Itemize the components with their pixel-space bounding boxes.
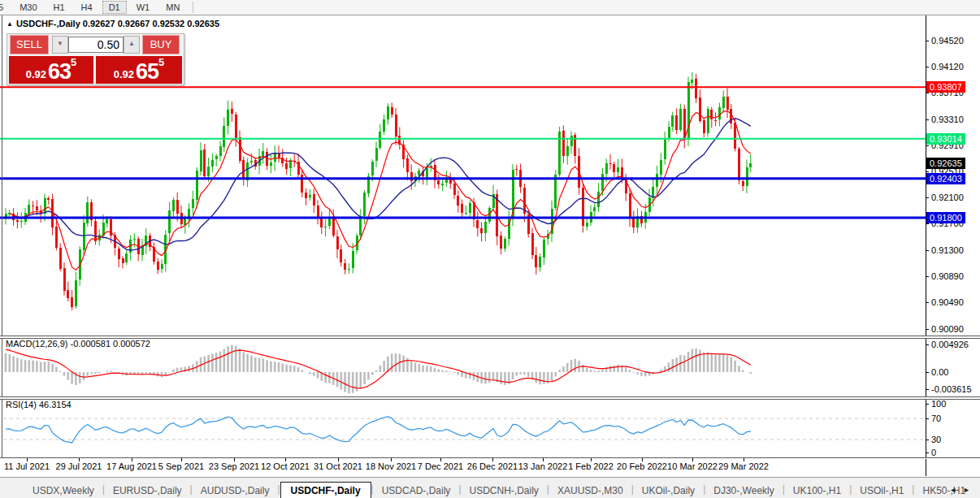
candle-body (726, 97, 729, 110)
candle-body (410, 172, 413, 181)
candle-body (539, 257, 541, 266)
timeframe-m30[interactable]: M30 (13, 1, 43, 14)
buy-price-display[interactable]: 0.92 65 5 (96, 56, 182, 84)
candle-body (309, 195, 311, 197)
candle-body (122, 258, 124, 262)
macd-tick-0.004926: 0.004926 (931, 340, 969, 349)
volume-increase-button[interactable]: ▲ (124, 36, 140, 54)
candle-body (118, 249, 120, 259)
candle-body (86, 202, 89, 223)
date-label: 10 Mar 2022 (667, 461, 718, 471)
mt-terminal: 5M30H1H4D1W1MN ▲USDCHF-,Daily 0.92627 0.… (0, 0, 980, 498)
candle-body (71, 297, 73, 307)
candle-body (125, 253, 128, 263)
chart-tab-strip: USDX,Weekly|EURUSD-,Daily|AUDUSD-,Daily|… (24, 481, 973, 498)
candle-body (714, 120, 717, 121)
candle-body (320, 219, 323, 227)
panel-splitter-rsi[interactable] (0, 396, 980, 400)
candle-body (426, 168, 428, 177)
candle-body (586, 223, 588, 226)
chart-tab-audusd-daily[interactable]: AUDUSD-,Daily (193, 483, 278, 498)
price-tick-0.90490: 0.90490 (931, 297, 964, 307)
axis-tick-mark (926, 67, 929, 67)
candle-body (215, 156, 218, 159)
candle-body (609, 163, 612, 165)
candle-body (28, 205, 30, 214)
timeframe-5[interactable]: 5 (0, 1, 10, 14)
chart-tab-xauusd-m30[interactable]: XAUUSD-,M30 (549, 483, 631, 498)
chart-left-border (2, 15, 2, 476)
tab-scroll-right-icon[interactable]: ► (963, 486, 977, 494)
candle-body (699, 97, 701, 121)
axis-tick-mark (926, 329, 929, 330)
candle-body (746, 167, 748, 186)
candle-body (656, 174, 658, 187)
candle-body (457, 196, 459, 206)
candle-body (484, 222, 487, 233)
tab-scroll-left-icon[interactable]: ◄ (949, 486, 963, 494)
timeframe-h1[interactable]: H1 (47, 1, 72, 14)
macd-tick--0.003615: -0.003615 (931, 384, 972, 394)
chart-tab-usdx-weekly[interactable]: USDX,Weekly (24, 483, 102, 498)
candle-body (593, 207, 596, 211)
chart-tab-usdchf-daily[interactable]: USDCHF-,Daily (280, 482, 371, 498)
candle-body (270, 162, 272, 166)
axis-tick-mark (926, 302, 929, 303)
tab-scroll-arrows[interactable]: ◄► (949, 486, 977, 494)
macd-tick-0.00: 0.00 (931, 367, 948, 377)
symbol-collapse-icon[interactable]: ▲ (7, 20, 13, 28)
candle-body (352, 251, 354, 268)
sell-button[interactable]: SELL (10, 35, 49, 54)
timeframe-h4[interactable]: H4 (75, 1, 99, 14)
price-badge-0.92635: 0.92635 (926, 158, 965, 169)
sell-price-display[interactable]: 0.92 63 5 (9, 56, 93, 84)
candle-body (675, 115, 678, 131)
candle-body (465, 213, 467, 214)
price-tick-0.94120: 0.94120 (931, 62, 964, 71)
one-click-trade-panel: SELL ▼ ▲ BUY 0.92 63 5 0.92 65 5 (7, 33, 184, 85)
candle-body (718, 107, 721, 119)
volume-decrease-button[interactable]: ▼ (52, 36, 68, 54)
buy-button[interactable]: BUY (142, 35, 180, 54)
candle-body (59, 248, 62, 268)
candle-body (461, 204, 463, 213)
date-axis[interactable]: 11 Jul 202129 Jul 202117 Aug 20215 Sep 2… (0, 458, 926, 476)
candle-body (383, 119, 385, 132)
candle-body (703, 120, 705, 133)
chart-tab-eurusd-daily[interactable]: EURUSD-,Daily (105, 483, 190, 498)
chart-tab-ukoil-daily[interactable]: UKOil-,Daily (634, 483, 703, 498)
rsi-tick-30: 30 (931, 435, 941, 444)
chart-tab-usoil-h1[interactable]: USOil-,H1 (852, 483, 912, 498)
timeframe-toolbar: 5M30H1H4D1W1MN (0, 0, 980, 15)
candle-body (469, 203, 471, 213)
candle-body (679, 109, 682, 130)
buy-price-big: 65 (136, 61, 158, 82)
chart-tab-uk100-h1[interactable]: UK100-,H1 (785, 483, 849, 498)
candle-body (168, 210, 171, 233)
chart-tab-usdcnh-daily[interactable]: USDCNH-,Daily (462, 483, 547, 498)
axis-tick-mark (926, 440, 929, 440)
candle-body (344, 263, 346, 270)
chart-tab-dj30-weekly[interactable]: DJ30-,Weekly (705, 483, 782, 498)
axis-tick-mark (926, 197, 929, 198)
date-label: 5 Sep 2021 (158, 461, 204, 471)
chart-tab-usdcad-daily[interactable]: USDCAD-,Daily (374, 483, 459, 498)
candle-body (535, 255, 537, 267)
date-label: 7 Dec 2021 (418, 461, 463, 471)
candle-body (515, 169, 518, 171)
timeframe-w1[interactable]: W1 (130, 1, 157, 14)
candle-body (324, 227, 327, 228)
candle-body (285, 163, 288, 170)
date-label: 31 Oct 2021 (314, 461, 362, 471)
chart-ohlc-text: USDCHF-,Daily 0.92627 0.92667 0.92532 0.… (16, 19, 219, 28)
timeframe-d1[interactable]: D1 (102, 1, 127, 14)
candle-body (161, 264, 163, 269)
candle-body (16, 220, 19, 222)
candle-body (94, 221, 97, 242)
candle-body (231, 109, 233, 114)
rsi-tick-70: 70 (931, 414, 941, 423)
timeframe-mn[interactable]: MN (159, 1, 186, 14)
candle-body (332, 217, 335, 236)
candle-body (605, 163, 608, 174)
volume-input[interactable] (68, 37, 124, 53)
